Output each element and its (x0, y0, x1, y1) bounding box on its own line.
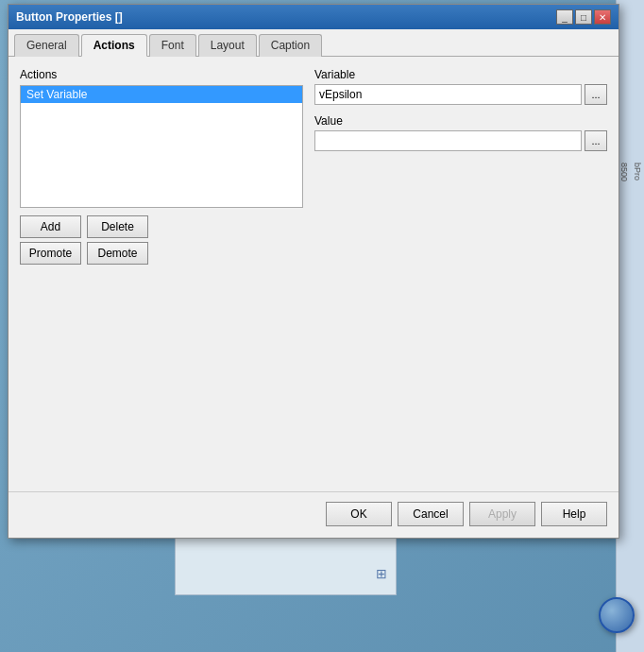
action-buttons-row1: Add Delete (20, 215, 303, 238)
value-field-row: ... (314, 130, 607, 151)
main-layout: Actions Set Variable Add Delete Promote … (20, 68, 607, 265)
variable-field-row: ... (314, 84, 607, 105)
tab-actions[interactable]: Actions (81, 34, 147, 57)
help-button[interactable]: Help (541, 502, 607, 526)
maximize-button[interactable]: □ (575, 9, 592, 25)
tab-caption[interactable]: Caption (259, 34, 322, 57)
action-buttons-row2: Promote Demote (20, 242, 303, 265)
value-input[interactable] (314, 130, 582, 151)
dialog-content: Actions Set Variable Add Delete Promote … (8, 57, 619, 484)
value-browse-button[interactable]: ... (585, 130, 607, 151)
variable-field-group: Variable ... (314, 68, 607, 105)
actions-list[interactable]: Set Variable (20, 85, 303, 208)
add-button[interactable]: Add (20, 215, 81, 238)
title-bar: Button Properties [] _ □ ✕ (8, 5, 619, 29)
blue-circle-button[interactable] (599, 597, 635, 633)
grid-icon: ⊞ (376, 566, 387, 581)
tab-layout[interactable]: Layout (198, 34, 257, 57)
close-button[interactable]: ✕ (594, 9, 611, 25)
tab-general[interactable]: General (14, 34, 79, 57)
content-spacer (20, 265, 607, 472)
dialog-footer: OK Cancel Apply Help (8, 491, 619, 538)
side-panel: bPro 8500 8500 800 P 500 (616, 0, 644, 652)
demote-button[interactable]: Demote (87, 242, 148, 265)
variable-browse-button[interactable]: ... (585, 84, 607, 105)
list-item-set-variable[interactable]: Set Variable (21, 86, 302, 103)
tab-font[interactable]: Font (149, 34, 196, 57)
actions-label: Actions (20, 68, 303, 81)
delete-button[interactable]: Delete (87, 215, 148, 238)
variable-label: Variable (314, 68, 607, 81)
tab-bar: General Actions Font Layout Caption (8, 29, 619, 57)
value-field-group: Value ... (314, 114, 607, 151)
minimize-button[interactable]: _ (556, 9, 573, 25)
right-column: Variable ... Value ... (314, 68, 607, 265)
promote-button[interactable]: Promote (20, 242, 81, 265)
variable-input[interactable] (314, 84, 582, 105)
cancel-button[interactable]: Cancel (398, 502, 464, 526)
title-bar-controls: _ □ ✕ (556, 9, 611, 25)
apply-button[interactable]: Apply (469, 502, 535, 526)
value-label: Value (314, 114, 607, 128)
dialog-window: Button Properties [] _ □ ✕ General Actio… (8, 4, 619, 539)
dialog-title: Button Properties [] (16, 10, 123, 24)
left-column: Actions Set Variable Add Delete Promote … (20, 68, 303, 265)
ok-button[interactable]: OK (326, 502, 392, 526)
side-panel-text: bPro 8500 8500 800 P 500 (618, 161, 644, 187)
